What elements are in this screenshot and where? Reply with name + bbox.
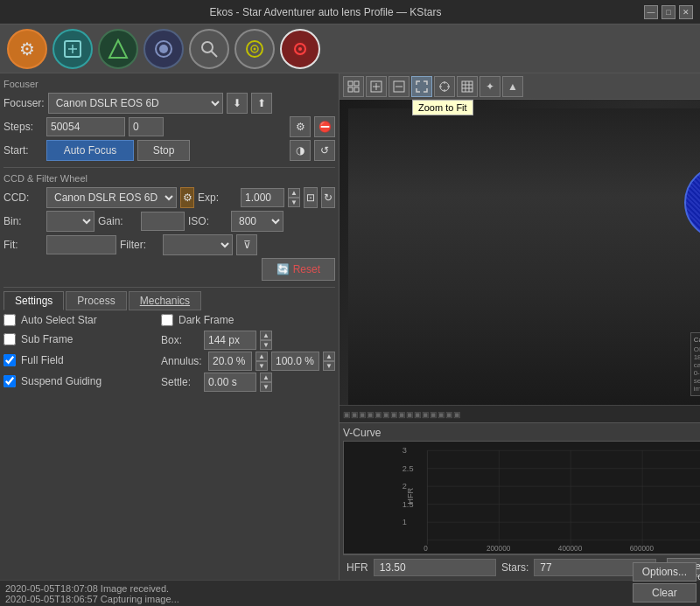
hfr-value-field[interactable] xyxy=(374,559,496,576)
ann2-up-btn[interactable]: ▲ xyxy=(323,352,335,361)
filter-funnel-btn[interactable]: ⊽ xyxy=(236,234,257,255)
reset-btn[interactable]: 🔄 Reset xyxy=(262,258,335,281)
logbar: 2020-05-05T18:07:08 Image received. 2020… xyxy=(0,580,700,606)
scheduler-tool-btn[interactable] xyxy=(234,29,275,69)
analyze-tool-btn[interactable] xyxy=(280,29,320,69)
settle-down-btn[interactable]: ▼ xyxy=(260,382,272,392)
maximize-btn[interactable]: □ xyxy=(662,5,676,19)
image-toolbar: Zoom to Fit ✦ ▲ xyxy=(340,73,700,100)
ccd-select[interactable]: Canon DSLR EOS 6D xyxy=(46,187,177,208)
img-histogram-btn[interactable]: ▲ xyxy=(502,76,523,97)
sub-frame-label: Sub Frame xyxy=(21,333,73,345)
box-up-btn[interactable]: ▲ xyxy=(260,331,272,340)
stop-btn[interactable]: Stop xyxy=(137,140,190,161)
steps-right-input[interactable] xyxy=(129,117,164,136)
annulus-row: Annulus: ▲▼ ▲▼ xyxy=(161,352,335,371)
auto-focus-btn[interactable]: Auto Focus xyxy=(46,140,134,161)
img-star-btn[interactable]: ✦ xyxy=(480,76,500,97)
img-table-btn[interactable] xyxy=(457,76,478,97)
guide-tool-btn[interactable] xyxy=(52,29,93,69)
gain-input[interactable] xyxy=(141,212,185,231)
box-input[interactable] xyxy=(204,331,256,350)
focuser-section-label: Focuser xyxy=(4,77,335,91)
ccd-label: CCD: xyxy=(4,192,43,204)
stars-label: Stars: xyxy=(501,561,528,574)
svg-text:0: 0 xyxy=(424,545,428,553)
settle-label: Settle: xyxy=(161,376,200,388)
settle-row: Settle: ▲▼ xyxy=(161,373,335,392)
dark-frame-label: Dark Frame xyxy=(178,314,234,326)
svg-text:600000: 600000 xyxy=(630,545,654,553)
exp-down-btn[interactable]: ▼ xyxy=(288,198,300,207)
exp-up-btn[interactable]: ▲ xyxy=(288,188,300,198)
hfr-label: HFR xyxy=(346,561,368,574)
focus-mode-btn[interactable]: ◑ xyxy=(290,140,311,161)
tab-settings[interactable]: Settings xyxy=(4,291,64,310)
img-zoom-in-btn[interactable] xyxy=(366,76,387,97)
sub-frame-checkbox[interactable] xyxy=(4,333,16,345)
focuser-upload-btn[interactable]: ⬆ xyxy=(251,93,272,114)
sub-frame-row: Sub Frame xyxy=(4,331,159,347)
tab-mechanics[interactable]: Mechanics xyxy=(129,291,201,310)
exp-frame-btn[interactable]: ⊡ xyxy=(304,187,318,208)
focuser-label: Focuser: xyxy=(4,97,45,109)
align-tool-btn[interactable] xyxy=(98,29,138,69)
log-line2: 2020-05-05T18:06:57 Capturing image... xyxy=(5,594,695,604)
bottom-icons: ▣▣▣▣▣▣▣▣▣▣▣▣▣▣▣ xyxy=(343,410,461,419)
suspend-guiding-checkbox[interactable] xyxy=(4,375,16,387)
steps-settings-btn[interactable]: ⚙ xyxy=(290,116,311,137)
iso-select[interactable]: 800 xyxy=(231,211,284,232)
fit-row: Fit: Filter: ⊽ xyxy=(4,234,335,255)
vcurve-chart: 3 2.5 2 1.5 1 HFR 0 200000 400000 600000… xyxy=(343,441,700,554)
fit-input[interactable] xyxy=(46,235,116,254)
image-simulation: Canon DSLR Sensor OK, so at 18:07:08T18:… xyxy=(340,100,700,422)
bin-select[interactable] xyxy=(46,211,94,232)
focuser-select[interactable]: Canon DSLR EOS 6D xyxy=(48,93,223,114)
svg-rect-17 xyxy=(354,87,359,92)
vcurve-label: V-Curve xyxy=(343,427,700,439)
focuser-download-btn[interactable]: ⬇ xyxy=(227,93,248,114)
iso-label: ISO: xyxy=(188,215,228,227)
clear-btn[interactable]: Clear xyxy=(633,583,696,603)
box-down-btn[interactable]: ▼ xyxy=(260,340,272,350)
img-crosshair-btn[interactable] xyxy=(434,76,455,97)
dark-frame-checkbox[interactable] xyxy=(161,314,173,326)
settle-input[interactable] xyxy=(204,373,256,392)
full-field-checkbox[interactable] xyxy=(4,354,16,366)
img-zoom-fit-btn[interactable]: Zoom to Fit xyxy=(411,76,432,97)
vcurve-section: V-Curve 3 xyxy=(340,422,700,580)
img-zoom-out-btn[interactable] xyxy=(388,76,410,97)
settings-tool-btn[interactable]: ⚙ xyxy=(7,29,47,69)
steps-stop-btn[interactable]: ⛔ xyxy=(314,116,335,137)
focus-loop-btn[interactable]: ↺ xyxy=(314,140,335,161)
close-btn[interactable]: ✕ xyxy=(679,5,693,19)
svg-text:200000: 200000 xyxy=(486,545,511,553)
ann1-down-btn[interactable]: ▼ xyxy=(256,361,268,371)
svg-marker-3 xyxy=(109,40,127,58)
image-area: Canon DSLR Sensor OK, so at 18:07:08T18:… xyxy=(340,100,700,422)
steps-label: Steps: xyxy=(4,121,43,133)
reset-row: 🔄 Reset xyxy=(4,258,335,281)
annulus-input2[interactable] xyxy=(271,352,319,371)
ccd-settings-btn[interactable]: ⚙ xyxy=(180,187,194,208)
exp-loop-btn[interactable]: ↻ xyxy=(321,187,335,208)
steps-input[interactable] xyxy=(46,117,125,136)
minimize-btn[interactable]: — xyxy=(644,5,658,19)
svg-line-7 xyxy=(211,51,217,57)
options-btn[interactable]: Options... xyxy=(633,562,696,582)
settle-up-btn[interactable]: ▲ xyxy=(260,373,272,382)
bin-label: Bin: xyxy=(4,215,43,227)
ann2-down-btn[interactable]: ▼ xyxy=(323,361,335,371)
capture-tool-btn[interactable] xyxy=(144,29,184,69)
settings-content: Auto Select Star Dark Frame Sub Frame Bo… xyxy=(4,314,335,392)
tab-process[interactable]: Process xyxy=(66,291,126,310)
focus-tool-btn[interactable] xyxy=(189,29,229,69)
ann1-up-btn[interactable]: ▲ xyxy=(256,352,268,361)
svg-rect-16 xyxy=(348,87,353,92)
annulus-input1[interactable] xyxy=(208,352,252,371)
filter-select[interactable] xyxy=(163,234,233,255)
exp-input[interactable] xyxy=(241,188,284,207)
auto-select-star-checkbox[interactable] xyxy=(4,314,16,326)
zoom-fit-tooltip: Zoom to Fit xyxy=(412,100,473,115)
img-grid-btn[interactable] xyxy=(343,76,364,97)
